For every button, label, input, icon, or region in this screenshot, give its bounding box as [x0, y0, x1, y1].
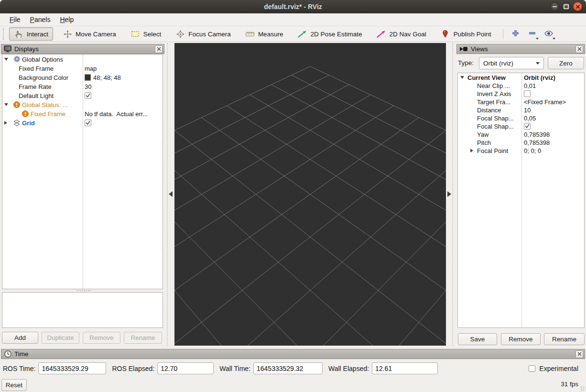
ros-elapsed-input[interactable]	[157, 362, 214, 374]
render-viewport-3d[interactable]	[174, 43, 446, 346]
wall-time-input[interactable]	[253, 362, 323, 374]
views-tree-row[interactable]: Distance10	[458, 106, 584, 114]
left-splitter[interactable]	[167, 43, 168, 346]
views-tree-row[interactable]: Pitch0,785398	[458, 138, 584, 146]
views-tree-row[interactable]: Invert Z Axis	[458, 89, 584, 98]
views-tree-row[interactable]: Current ViewOrbit (rviz)	[458, 73, 584, 81]
displays-tree-row[interactable]: Fixed FrameNo tf data. Actual err...	[2, 109, 163, 118]
interact-hand-icon	[14, 30, 23, 38]
publish-point-pin-icon	[441, 30, 450, 38]
remove-tool-minus-button[interactable]	[526, 28, 539, 40]
displays-tree-row[interactable]: Global Status: ...	[2, 100, 163, 109]
views-tree-value: <Fixed Frame>	[524, 98, 566, 105]
window-minimize-button[interactable]	[550, 2, 559, 11]
time-close-button[interactable]	[575, 350, 583, 358]
displays-tree-row[interactable]: Frame Rate30	[2, 82, 163, 91]
close-icon	[157, 45, 161, 53]
displays-panel-header: Displays	[1, 44, 164, 54]
nav-goal-arrow-icon	[376, 30, 386, 38]
displays-tree-value: map	[85, 65, 97, 72]
displays-tree-row[interactable]: Background Color48; 48; 48	[2, 73, 163, 82]
displays-tree-row[interactable]: Grid	[2, 118, 163, 127]
right-splitter[interactable]	[452, 43, 453, 346]
invert-z-axis-checkbox[interactable]	[524, 90, 531, 97]
collapse-arrow-icon[interactable]	[4, 103, 8, 106]
menubar: FilePanelsHelp	[0, 13, 586, 26]
displays-tree-name: Frame Rate	[19, 83, 52, 90]
views-tree-row[interactable]: Target Fra...<Fixed Frame>	[458, 98, 584, 106]
window-controls	[550, 2, 582, 11]
views-close-button[interactable]	[575, 45, 583, 53]
window-resize-grip[interactable]	[580, 386, 585, 391]
displays-tree-value-text: No tf data. Actual err...	[85, 110, 148, 117]
experimental-checkbox[interactable]	[529, 365, 535, 372]
views-tree-value: 10	[524, 106, 531, 113]
focal-shap-checkbox[interactable]	[524, 123, 531, 130]
views-tree-row[interactable]: Yaw0,785398	[458, 130, 584, 138]
focus-camera-icon	[175, 30, 185, 38]
displays-tree-value: No tf data. Actual err...	[85, 110, 148, 117]
add-button[interactable]: Add	[2, 332, 38, 344]
views-tree-row[interactable]: Focal Shap...	[458, 122, 584, 130]
collapse-arrow-icon[interactable]	[4, 58, 8, 61]
grid-display	[174, 43, 446, 346]
tool-interact[interactable]: Interact	[9, 27, 53, 41]
save-button[interactable]: Save	[458, 333, 497, 345]
tool-focus-camera[interactable]: Focus Camera	[171, 27, 236, 41]
views-tree-row[interactable]: Focal Point0; 0; 0	[458, 146, 584, 154]
chevron-down-icon	[536, 62, 540, 65]
menu-item-help[interactable]: Help	[55, 14, 78, 25]
wall-elapsed-input[interactable]	[372, 362, 438, 374]
window-maximize-button[interactable]	[562, 2, 571, 11]
rename-button: Rename	[124, 332, 162, 344]
default-light-checkbox[interactable]	[85, 92, 91, 99]
displays-tree-value	[85, 92, 91, 99]
window-close-button[interactable]	[573, 2, 582, 11]
menu-item-file[interactable]: File	[5, 14, 25, 25]
grid-checkbox[interactable]	[85, 120, 91, 126]
displays-tree-row[interactable]: Fixed Framemap	[2, 64, 163, 73]
remove-button[interactable]: Remove	[501, 333, 541, 345]
displays-close-button[interactable]	[155, 45, 163, 53]
add-tool-plus-icon	[512, 30, 519, 39]
ros-time-input[interactable]	[38, 362, 106, 374]
tool-properties-eye-button[interactable]	[543, 28, 555, 40]
displays-tree-row[interactable]: Global Options	[2, 54, 163, 64]
expand-arrow-icon[interactable]	[4, 121, 7, 125]
collapse-arrow-icon[interactable]	[460, 76, 464, 79]
tool-2d-nav-goal[interactable]: 2D Nav Goal	[371, 27, 431, 41]
time-field: Wall Elapsed:	[328, 362, 438, 374]
views-tree-value-text: 0,785398	[524, 131, 550, 138]
expand-arrow-icon[interactable]	[470, 149, 473, 152]
rename-button[interactable]: Rename	[544, 333, 585, 345]
views-tree-row[interactable]: Focal Shap...0,05	[458, 114, 584, 122]
monitor-icon	[4, 45, 11, 54]
toolbar-drag-handle[interactable]	[3, 28, 5, 40]
tool-move-camera[interactable]: Move Camera	[58, 27, 121, 41]
wall-time-label: Wall Time:	[219, 365, 250, 372]
tool-select[interactable]: Select	[126, 27, 166, 41]
views-tree-value	[524, 90, 531, 97]
reset-button[interactable]: Reset	[1, 379, 27, 391]
tool-label: Measure	[258, 31, 283, 38]
tool-publish-point[interactable]: Publish Point	[436, 27, 496, 41]
views-tree-value: Orbit (rviz)	[524, 74, 555, 81]
displays-tree-row[interactable]: Default Light	[2, 91, 163, 100]
add-tool-plus-button[interactable]	[509, 28, 522, 40]
view-type-dropdown[interactable]: Orbit (rviz)	[479, 57, 544, 69]
displays-splitter-handle[interactable]	[76, 290, 91, 291]
displays-tree: Global OptionsFixed FramemapBackground C…	[2, 54, 163, 289]
time-fields: ROS Time:ROS Elapsed:Wall Time:Wall Elap…	[3, 362, 444, 374]
collapse-left-panel-arrow[interactable]	[169, 191, 173, 197]
views-tree-name: Distance	[477, 106, 501, 113]
tool-2d-pose-estimate[interactable]: 2D Pose Estimate	[293, 27, 367, 41]
displays-tree-value: 30	[85, 83, 91, 90]
views-tree-value-text: <Fixed Frame>	[524, 98, 566, 105]
collapse-right-panel-arrow[interactable]	[447, 191, 451, 197]
views-tree-value-text: 0; 0; 0	[524, 147, 541, 154]
views-tree-value: 0,01	[524, 82, 536, 89]
tool-measure[interactable]: Measure	[240, 27, 288, 41]
menu-item-panels[interactable]: Panels	[25, 14, 55, 25]
views-tree-row[interactable]: Near Clip ...0,01	[458, 81, 584, 89]
zero-button[interactable]: Zero	[548, 57, 584, 69]
